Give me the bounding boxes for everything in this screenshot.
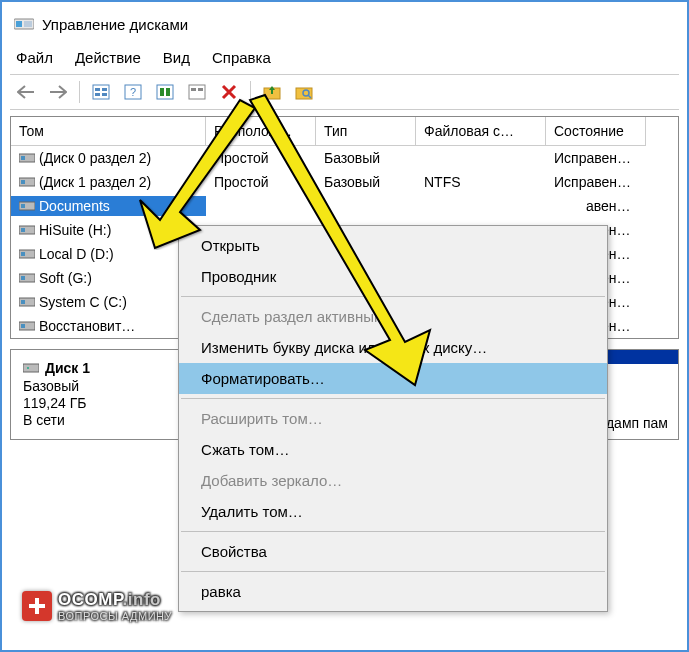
folder-up-icon[interactable] xyxy=(258,79,286,105)
cm-mirror: Добавить зеркало… xyxy=(179,465,607,496)
svg-rect-27 xyxy=(21,228,25,232)
cm-separator xyxy=(181,531,605,532)
volume-icon xyxy=(19,248,35,260)
svg-rect-7 xyxy=(102,93,107,96)
svg-rect-2 xyxy=(24,21,32,27)
svg-rect-35 xyxy=(21,324,25,328)
cm-make-active: Сделать раздел активным xyxy=(179,301,607,332)
cm-format[interactable]: Форматировать… xyxy=(179,363,607,394)
svg-rect-21 xyxy=(21,156,25,160)
refresh-icon[interactable] xyxy=(151,79,179,105)
partition-bar[interactable] xyxy=(598,350,678,364)
cm-open[interactable]: Открыть xyxy=(179,230,607,261)
cm-separator xyxy=(181,571,605,572)
nav-forward-icon[interactable] xyxy=(44,79,72,105)
menu-view[interactable]: Вид xyxy=(163,49,190,66)
svg-rect-33 xyxy=(21,300,25,304)
folder-search-icon[interactable] xyxy=(290,79,318,105)
svg-rect-5 xyxy=(102,88,107,91)
watermark-suffix: .info xyxy=(123,590,161,609)
cm-shrink[interactable]: Сжать том… xyxy=(179,434,607,465)
volume-icon xyxy=(19,200,35,212)
volume-icon xyxy=(19,224,35,236)
help-icon[interactable]: ? xyxy=(119,79,147,105)
watermark-brand: OCOMP xyxy=(58,590,123,609)
watermark-plus-icon xyxy=(22,591,52,621)
svg-rect-31 xyxy=(21,276,25,280)
volume-icon xyxy=(19,152,35,164)
cm-help[interactable]: равка xyxy=(179,576,607,607)
toolbar: ? xyxy=(10,74,679,110)
col-filesystem[interactable]: Файловая с… xyxy=(416,117,546,146)
app-icon xyxy=(14,17,34,33)
cm-explorer[interactable]: Проводник xyxy=(179,261,607,292)
volume-icon xyxy=(19,320,35,332)
cm-separator xyxy=(181,398,605,399)
svg-rect-10 xyxy=(157,85,173,99)
disk-title: Диск 1 xyxy=(45,360,90,376)
svg-text:?: ? xyxy=(130,86,136,98)
svg-rect-15 xyxy=(198,88,203,91)
svg-rect-23 xyxy=(21,180,25,184)
cm-separator xyxy=(181,296,605,297)
context-menu: Открыть Проводник Сделать раздел активны… xyxy=(178,225,608,612)
col-volume[interactable]: Том xyxy=(11,117,206,146)
svg-rect-4 xyxy=(95,88,100,91)
svg-rect-3 xyxy=(93,85,109,99)
table-row[interactable]: (Диск 1 раздел 2) Простой Базовый NTFS И… xyxy=(11,170,678,194)
menu-help[interactable]: Справка xyxy=(212,49,271,66)
menu-action[interactable]: Действие xyxy=(75,49,141,66)
toolbar-separator xyxy=(79,81,80,103)
settings-icon[interactable] xyxy=(183,79,211,105)
disk-icon xyxy=(23,362,39,374)
menu-file[interactable]: Файл xyxy=(16,49,53,66)
svg-rect-11 xyxy=(160,88,164,96)
svg-rect-29 xyxy=(21,252,25,256)
view-list-icon[interactable] xyxy=(87,79,115,105)
cm-properties[interactable]: Свойства xyxy=(179,536,607,567)
table-row[interactable]: (Диск 0 раздел 2) Простой Базовый Исправ… xyxy=(11,146,678,170)
volume-icon xyxy=(19,272,35,284)
volume-icon xyxy=(19,176,35,188)
table-header: Том Располож… Тип Файловая с… Состояние xyxy=(11,117,678,146)
col-layout[interactable]: Располож… xyxy=(206,117,316,146)
disk-tail-text: дамп пам xyxy=(606,415,668,431)
svg-rect-25 xyxy=(21,204,25,208)
cm-delete[interactable]: Удалить том… xyxy=(179,496,607,527)
watermark: OCOMP.info ВОПРОСЫ АДМИНУ xyxy=(22,590,172,622)
svg-rect-6 xyxy=(95,93,100,96)
cm-extend: Расширить том… xyxy=(179,403,607,434)
col-type[interactable]: Тип xyxy=(316,117,416,146)
menubar: Файл Действие Вид Справка xyxy=(10,39,679,74)
volume-icon xyxy=(19,296,35,308)
table-row-selected[interactable]: Documents авен… xyxy=(11,194,678,218)
svg-rect-13 xyxy=(189,85,205,99)
svg-rect-12 xyxy=(166,88,170,96)
svg-rect-14 xyxy=(191,88,196,91)
watermark-sub: ВОПРОСЫ АДМИНУ xyxy=(58,610,172,622)
svg-rect-1 xyxy=(16,21,22,27)
titlebar: Управление дисками xyxy=(10,10,679,39)
toolbar-separator xyxy=(250,81,251,103)
nav-back-icon[interactable] xyxy=(12,79,40,105)
window-title: Управление дисками xyxy=(42,16,188,33)
col-status[interactable]: Состояние xyxy=(546,117,646,146)
svg-rect-36 xyxy=(23,364,39,372)
svg-point-37 xyxy=(27,367,29,369)
delete-icon[interactable] xyxy=(215,79,243,105)
cm-change-letter[interactable]: Изменить букву диска или путь к диску… xyxy=(179,332,607,363)
